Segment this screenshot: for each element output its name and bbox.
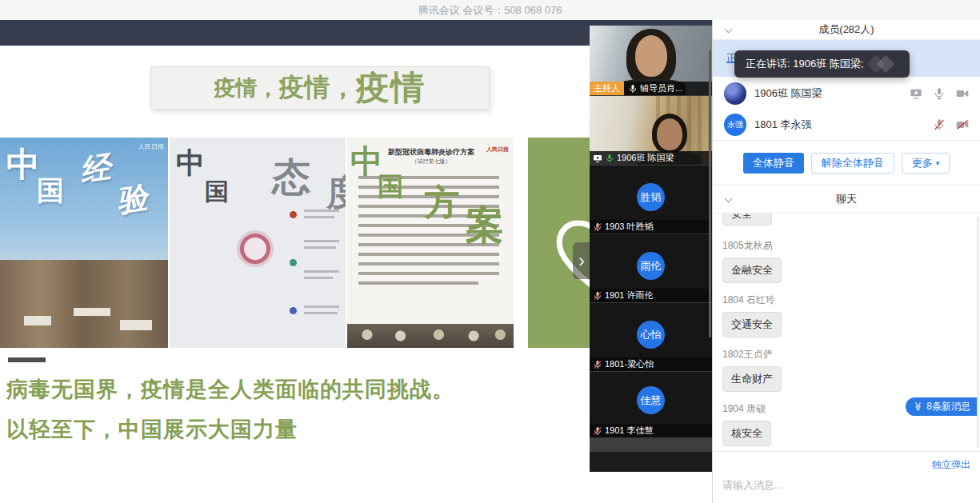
chat-bubble: 生命财产 xyxy=(722,366,782,392)
chevron-down-icon[interactable] xyxy=(725,195,733,203)
construction-site-photo xyxy=(0,260,168,348)
member-name: 1906班 陈国梁 xyxy=(754,86,902,101)
speaking-tooltip-text: 正在讲话: 1906班 陈国梁; xyxy=(746,57,863,71)
participant-name: 1901 许雨伦 xyxy=(605,289,654,301)
video-tile-speaker[interactable]: 1906班 陈国梁 xyxy=(590,96,712,166)
video-tile-label: 1906班 陈国梁 xyxy=(590,151,712,165)
art-char: 方 xyxy=(424,179,459,226)
peoples-daily-logo: 人民日报 xyxy=(138,142,164,151)
avatar: 永强 xyxy=(724,114,746,136)
chat-sender: 1804 石红玲 xyxy=(722,293,970,307)
participant-name: 1906班 陈国梁 xyxy=(617,152,674,164)
member-row[interactable]: 永强 1801 李永强 xyxy=(713,110,980,140)
chat-sender: 1805龙秋易 xyxy=(722,239,970,253)
screen-share-icon xyxy=(910,87,922,100)
members-panel-header: 成员(282人) xyxy=(713,20,980,40)
mic-off-icon[interactable] xyxy=(933,118,946,131)
new-messages-button[interactable]: ≫ 8条新消息 xyxy=(906,397,978,416)
chat-panel-header: 聊天 xyxy=(713,186,980,214)
meeting-logo-watermark xyxy=(866,55,898,73)
art-char: 中 xyxy=(176,144,205,183)
virus-dot xyxy=(290,259,297,266)
camera-off-icon[interactable] xyxy=(956,118,969,131)
slide-image-row: 中 国 经 验 人民日报 中 国 态 度 xyxy=(0,138,590,348)
art-char: 国 xyxy=(378,170,403,205)
video-tile-label: 主持人 辅导员肖... xyxy=(590,82,712,95)
avatar: 心怡 xyxy=(637,321,665,349)
mic-off-icon xyxy=(593,426,602,436)
video-tile-host[interactable]: 主持人 辅导员肖... xyxy=(590,26,712,96)
next-slide-button[interactable]: › xyxy=(573,242,590,279)
camera-on-icon[interactable] xyxy=(956,87,969,100)
mic-off-icon xyxy=(593,222,602,232)
video-thumbnail-strip: 主持人 辅导员肖... xyxy=(590,26,712,472)
participant-name: 1901 李佳慧 xyxy=(605,425,654,437)
host-badge: 主持人 xyxy=(590,82,624,95)
mic-on-icon xyxy=(605,154,614,163)
video-tile-avatar[interactable]: 心怡 1801-梁心怡 xyxy=(590,303,712,372)
speaking-tooltip: 正在讲话: 1906班 陈国梁; xyxy=(734,50,910,78)
mic-icon xyxy=(628,84,638,94)
member-row[interactable]: 1906班 陈国梁 xyxy=(713,77,980,110)
participant-face xyxy=(657,118,682,150)
more-button[interactable]: 更多 ▾ xyxy=(902,153,950,174)
slide-body-line2: 以轻至下，中国展示大国力量 xyxy=(6,415,298,444)
slide-title-box: 疫情， 疫情， 疫情 xyxy=(150,66,490,110)
doc-subtitle: （试行第七版） xyxy=(371,158,491,166)
video-strip-scrollbar[interactable] xyxy=(709,50,711,337)
chevron-right-icon: › xyxy=(578,250,585,272)
chat-scrollbar[interactable] xyxy=(977,217,979,448)
avatar: 胜韬 xyxy=(637,183,665,211)
virus-illustration xyxy=(240,234,270,264)
chevron-down-icon[interactable] xyxy=(725,26,733,34)
avatar: 雨伦 xyxy=(637,252,665,280)
mic-on-icon[interactable] xyxy=(933,87,946,100)
chat-header-label: 聊天 xyxy=(836,192,857,206)
double-chevron-down-icon: ≫ xyxy=(913,402,923,412)
participant-name: 1801-梁心怡 xyxy=(605,358,654,370)
mic-off-icon xyxy=(593,360,602,369)
art-char: 国 xyxy=(205,176,229,209)
virus-dot xyxy=(290,307,297,314)
member-status-icons xyxy=(933,118,969,131)
chat-bubble: 金融安全 xyxy=(722,257,782,283)
chat-footer: 独立弹出 xyxy=(713,451,980,503)
video-tile-avatar[interactable]: 雨伦 1901 许雨伦 xyxy=(590,234,712,303)
members-header-label: 成员(282人) xyxy=(818,22,874,37)
art-char: 中 xyxy=(6,142,40,187)
member-status-icons xyxy=(910,87,969,100)
art-char: 验 xyxy=(114,178,150,222)
unmute-all-button[interactable]: 解除全体静音 xyxy=(811,153,894,174)
more-label: 更多 xyxy=(912,156,933,170)
avatar xyxy=(724,82,746,105)
slide-title-seg2: 疫情， xyxy=(279,70,356,106)
member-name: 1801 李永强 xyxy=(754,118,925,132)
art-char: 国 xyxy=(37,173,64,210)
meeting-title: 腾讯会议 会议号：508 068 076 xyxy=(418,3,562,18)
popout-row: 独立弹出 xyxy=(713,452,980,473)
chat-input[interactable] xyxy=(713,473,980,497)
avatar: 佳慧 xyxy=(637,386,665,414)
art-char: 态 xyxy=(272,152,310,203)
member-actions-bar: 全体静音 解除全体静音 更多 ▾ xyxy=(713,141,980,185)
slide-image-china-attitude: 中 国 态 度 xyxy=(170,138,346,348)
screen-share-icon xyxy=(593,154,602,163)
peoples-daily-logo: 人民日报 xyxy=(486,146,509,154)
video-tile-avatar[interactable]: 佳慧 1901 李佳慧 xyxy=(590,372,712,438)
window-titlebar: 腾讯会议 会议号：508 068 076 xyxy=(0,0,980,20)
slide-title-seg1: 疫情， xyxy=(214,74,279,102)
doc-title: 新型冠状病毒肺炎诊疗方案 xyxy=(371,147,491,158)
slide-body-line1: 病毒无国界，疫情是全人类面临的共同挑战。 xyxy=(6,375,454,404)
chat-sender: 1802王贞俨 xyxy=(722,348,970,361)
video-tile-label: 1901 许雨伦 xyxy=(590,289,712,302)
participant-face xyxy=(635,35,667,77)
participant-name: 1903 叶胜韬 xyxy=(605,221,654,233)
video-tile-label: 1801-梁心怡 xyxy=(590,357,712,371)
popout-chat-link[interactable]: 独立弹出 xyxy=(932,458,970,472)
chat-bubble-partial: 安全 xyxy=(722,214,772,226)
chat-message-list[interactable]: 安全 1805龙秋易 金融安全 1804 石红玲 交通安全 1802王贞俨 生命… xyxy=(713,214,980,451)
video-tile-avatar[interactable]: 胜韬 1903 叶胜韬 xyxy=(590,166,712,234)
slide-image-china-plan: 新型冠状病毒肺炎诊疗方案 （试行第七版） 人民日报 中 xyxy=(347,138,514,348)
chat-bubble: 核安全 xyxy=(722,421,771,446)
mute-all-button[interactable]: 全体静音 xyxy=(743,153,804,174)
